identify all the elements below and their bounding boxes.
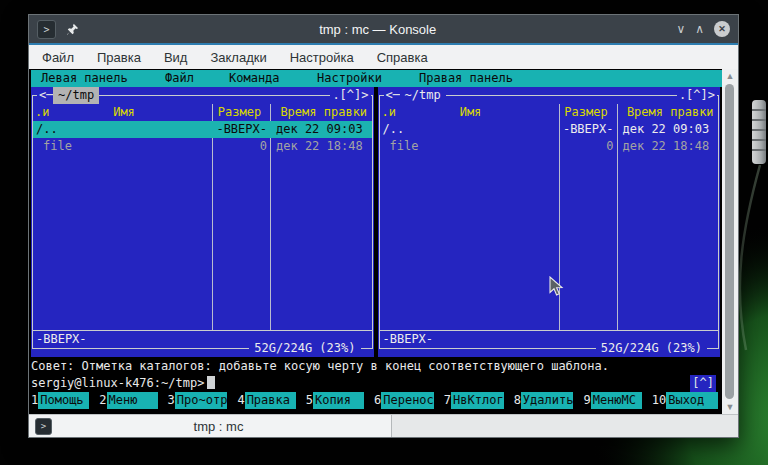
mc-menubar: Левая панель Файл Команда Настройки Прав…: [31, 70, 722, 87]
mc-menu-command[interactable]: Команда: [229, 70, 280, 87]
fkey-copy[interactable]: 5Копия: [306, 392, 374, 409]
sort-indicator[interactable]: .и: [35, 104, 49, 121]
fkey-number: 10: [652, 392, 666, 409]
konsole-icon: >: [37, 20, 56, 39]
fkey-label: Меню: [107, 392, 158, 409]
pin-icon[interactable]: [66, 23, 79, 36]
konsole-tab-icon: >: [35, 418, 52, 435]
fkey-number: 7: [444, 392, 451, 409]
mc-menu-options[interactable]: Настройки: [317, 70, 382, 87]
file-row[interactable]: file 0 дек 22 18:48: [380, 138, 719, 155]
fkey-help[interactable]: 1Помощь: [31, 392, 99, 409]
file-size: -ВВЕРХ-: [212, 121, 270, 138]
free-space: 52G/224G (23%): [596, 340, 707, 357]
fkey-label: МенюМС: [591, 392, 642, 409]
file-size: 0: [559, 138, 617, 155]
mc-hint-line: Совет: Отметка каталогов: добавьте косую…: [31, 358, 722, 375]
fkey-label: Помощь: [38, 392, 89, 409]
fkey-number: 6: [374, 392, 381, 409]
tab-tmp-mc[interactable]: > tmp : mc: [29, 415, 392, 437]
fkey-label: НвКтлог: [451, 392, 504, 409]
column-headers: Имя Размер Время правки: [380, 104, 719, 121]
mini-status: -ВВЕРХ-: [36, 331, 87, 348]
free-space: 52G/224G (23%): [249, 340, 360, 357]
tab-title: tmp : mc: [52, 419, 385, 434]
column-size[interactable]: Размер: [559, 104, 617, 121]
fkey-mkdir[interactable]: 7НвКтлог: [444, 392, 514, 409]
fkey-pulldown[interactable]: 9МенюМС: [583, 392, 651, 409]
column-headers: Имя Размер Время правки: [33, 104, 372, 121]
scrollbar-down-arrow[interactable]: ▼: [722, 401, 738, 413]
terminal-area[interactable]: Левая панель Файл Команда Настройки Прав…: [29, 69, 738, 414]
scrollbar-thumb[interactable]: [725, 84, 734, 399]
terminal-scrollbar[interactable]: ▲ ▼: [722, 69, 738, 414]
mc-left-panel: <─ ~/tmp .[^]> .и Имя Размер Время правк…: [31, 87, 374, 357]
maximize-button[interactable]: ∧: [695, 23, 704, 35]
file-mtime: дек 22 09:03: [617, 121, 719, 138]
file-mtime: дек 22 18:48: [270, 138, 372, 155]
file-row[interactable]: file 0 дек 22 18:48: [33, 138, 372, 155]
file-row-selected[interactable]: /.. -ВВЕРХ- дек 22 09:03: [33, 121, 372, 138]
shell-prompt: sergiy@linux-k476:~/tmp>: [31, 376, 204, 390]
text-cursor: [207, 376, 215, 389]
panel-header: <─ ~/tmp .[^]>: [31, 87, 374, 104]
panel-corner-controls[interactable]: .[^]>: [677, 87, 717, 104]
mc-menu-right-panel[interactable]: Правая панель: [419, 70, 513, 87]
panel-path[interactable]: ~/tmp: [53, 87, 99, 104]
fkey-label: Перенос: [381, 392, 434, 409]
file-name: /..: [33, 121, 212, 138]
panel-header: <─ ~/tmp .[^]>: [378, 87, 721, 104]
panel-path[interactable]: ~/tmp: [400, 87, 446, 104]
fkey-menu[interactable]: 2Меню: [99, 392, 167, 409]
konsole-tabbar: > tmp : mc: [29, 414, 738, 437]
minimize-button[interactable]: ∨: [676, 23, 685, 35]
file-row[interactable]: /.. -ВВЕРХ- дек 22 09:03: [380, 121, 719, 138]
fkey-number: 2: [99, 392, 106, 409]
menu-help[interactable]: Справка: [377, 50, 428, 65]
mc-menu-left-panel[interactable]: Левая панель: [41, 70, 128, 87]
fkey-quit[interactable]: 10Выход: [652, 392, 720, 409]
fkey-edit[interactable]: 4Правка: [237, 392, 305, 409]
mc-function-key-bar: 1Помощь 2Меню 3Про~отр 4Правка 5Копия 6П…: [31, 392, 720, 409]
fkey-label: Про~отр: [175, 392, 228, 409]
fkey-label: Правка: [245, 392, 296, 409]
column-name[interactable]: Имя: [380, 104, 559, 121]
fkey-label: Удалить: [521, 392, 574, 409]
fkey-number: 8: [514, 392, 521, 409]
column-name[interactable]: Имя: [33, 104, 212, 121]
fkey-number: 1: [31, 392, 38, 409]
menu-bookmarks[interactable]: Закладки: [210, 50, 266, 65]
sort-indicator[interactable]: .и: [382, 104, 396, 121]
panel-corner-controls[interactable]: .[^]>: [330, 87, 370, 104]
mc-menu-file[interactable]: Файл: [165, 70, 194, 87]
menu-settings[interactable]: Настройка: [290, 50, 354, 65]
file-size: -ВВЕРХ-: [559, 121, 617, 138]
close-button[interactable]: ✕: [714, 21, 730, 37]
mc-right-panel: <─ ~/tmp .[^]> .и Имя Размер Время правк…: [378, 87, 721, 357]
file-mtime: дек 22 09:03: [270, 121, 372, 138]
konsole-menubar: Файл Правка Вид Закладки Настройка Справ…: [29, 45, 738, 69]
fkey-view[interactable]: 3Про~отр: [168, 392, 238, 409]
file-name: /..: [380, 121, 559, 138]
file-name: file: [33, 138, 212, 155]
fkey-move[interactable]: 6Перенос: [374, 392, 444, 409]
shell-prompt-line[interactable]: sergiy@linux-k476:~/tmp> [^]: [31, 375, 722, 392]
scrollbar-up-arrow[interactable]: ▲: [722, 70, 738, 82]
midnight-commander: Левая панель Файл Команда Настройки Прав…: [31, 69, 722, 414]
menu-view[interactable]: Вид: [164, 50, 188, 65]
column-mtime[interactable]: Время правки: [270, 104, 372, 121]
file-name: file: [380, 138, 559, 155]
column-mtime[interactable]: Время правки: [617, 104, 719, 121]
mc-panels: <─ ~/tmp .[^]> .и Имя Размер Время правк…: [31, 87, 720, 357]
history-up-button[interactable]: [^]: [690, 375, 716, 392]
fkey-number: 5: [306, 392, 313, 409]
menu-file[interactable]: Файл: [42, 50, 74, 65]
mini-status: -ВВЕРХ-: [383, 331, 434, 348]
fkey-label: Копия: [313, 392, 364, 409]
menu-edit[interactable]: Правка: [97, 50, 141, 65]
fkey-number: 4: [237, 392, 244, 409]
titlebar[interactable]: > tmp : mc — Konsole ∨ ∧ ✕: [29, 15, 738, 43]
column-size[interactable]: Размер: [212, 104, 270, 121]
file-size: 0: [212, 138, 270, 155]
fkey-delete[interactable]: 8Удалить: [514, 392, 584, 409]
